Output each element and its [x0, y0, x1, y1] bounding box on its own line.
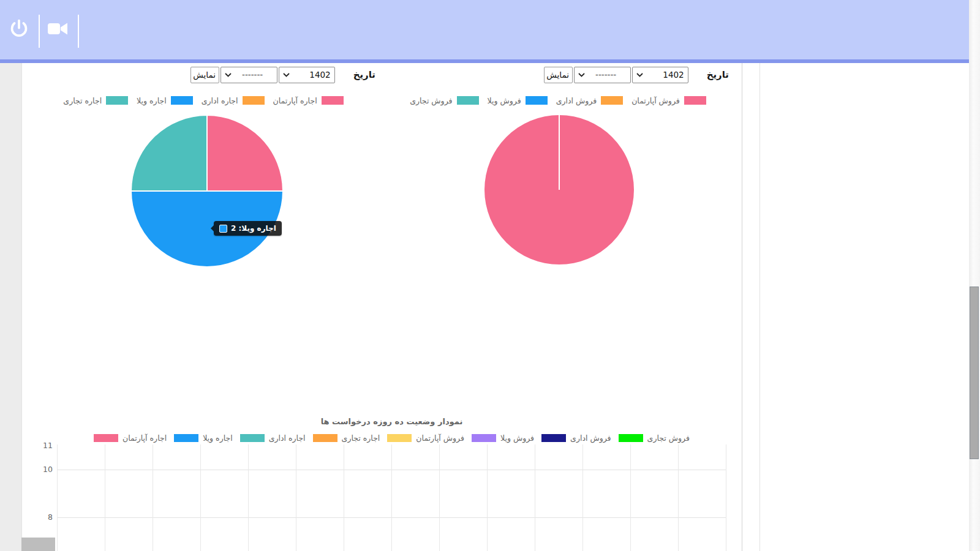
legend-swatch [684, 96, 706, 105]
legend-item-rent-villa[interactable]: اجاره ویلا [137, 96, 193, 105]
legend-swatch [174, 434, 198, 442]
legend-item-sale-commercial[interactable]: فروش تجاری [410, 96, 478, 105]
legend-item-sale-office[interactable]: فروش اداری [556, 96, 623, 105]
vertical-scrollbar[interactable] [969, 0, 980, 551]
rent-pie-slice-apartment[interactable] [207, 115, 283, 191]
power-icon [9, 18, 29, 41]
legend-label: فروش تجاری [647, 433, 690, 443]
gridline-vertical [726, 444, 726, 551]
rent-pie-slice-commercial[interactable] [131, 115, 207, 191]
panel-outer-border [760, 63, 760, 551]
chevron-down-icon [225, 73, 232, 77]
bottom-chart-legend: اجاره آپارتمان اجاره ویلا اجاره اداری اج… [57, 433, 726, 443]
bottom-plot-area [57, 444, 726, 551]
legend-item-sale-commercial[interactable]: فروش تجاری [619, 433, 690, 443]
sale-pie-chart [483, 114, 635, 266]
toolbar-divider [39, 15, 40, 48]
gridline-vertical [630, 444, 631, 551]
gridline-vertical [439, 444, 440, 551]
legend-swatch [171, 96, 193, 105]
legend-item-sale-office[interactable]: فروش اداری [541, 433, 611, 443]
gridline-vertical [153, 444, 153, 551]
legend-swatch [457, 96, 479, 105]
rent-pie-chart [129, 113, 285, 269]
legend-label: فروش ویلا [500, 433, 534, 443]
legend-item-rent-office[interactable]: اجاره اداری [202, 96, 265, 105]
legend-swatch [387, 434, 412, 442]
legend-item-rent-commercial[interactable]: اجاره تجاری [313, 433, 380, 443]
legend-item-sale-villa[interactable]: فروش ویلا [488, 96, 548, 105]
sale-pie-legend: فروش آپارتمان فروش اداری فروش ویلا فروش … [418, 96, 698, 105]
sale-range-select[interactable]: ------- [574, 67, 631, 83]
bottom-chart-title: نمودار وضعیت ده روزه درخواست ها [57, 417, 726, 426]
legend-swatch [243, 96, 265, 105]
legend-label: فروش ویلا [488, 96, 521, 105]
gridline-vertical [391, 444, 392, 551]
page-left-margin [0, 63, 21, 551]
legend-item-rent-office[interactable]: اجاره اداری [240, 433, 306, 443]
legend-item-rent-apartment[interactable]: اجاره آپارتمان [94, 433, 167, 443]
gridline-vertical [296, 444, 296, 551]
gridline-vertical [344, 444, 344, 551]
legend-label: فروش اداری [556, 96, 597, 105]
dashboard-page: تاریخ 1402 ------- نمایش تاریخ 1402 ----… [0, 0, 980, 551]
legend-label: اجاره تجاری [63, 96, 102, 105]
tooltip-caret [211, 225, 214, 231]
legend-item-rent-apartment[interactable]: اجاره آپارتمان [273, 96, 344, 105]
legend-label: اجاره آپارتمان [273, 96, 317, 105]
power-button[interactable] [7, 16, 31, 43]
date-label: تاریخ [707, 69, 729, 80]
sale-show-button[interactable]: نمایش [544, 67, 573, 83]
gridline-vertical [57, 444, 58, 551]
gridline-vertical [248, 444, 249, 551]
chevron-down-icon [636, 73, 643, 77]
legend-label: اجاره اداری [269, 433, 306, 443]
legend-swatch [526, 96, 548, 105]
video-button[interactable] [45, 16, 70, 43]
chevron-down-icon [578, 73, 585, 77]
scrollbar-thumb[interactable] [970, 287, 979, 459]
chevron-down-icon [283, 73, 290, 77]
rent-show-button[interactable]: نمایش [190, 67, 219, 83]
date-label: تاریخ [353, 69, 375, 80]
gridline-vertical [105, 444, 105, 551]
sale-range-value: ------- [585, 70, 627, 80]
legend-item-rent-commercial[interactable]: اجاره تجاری [63, 96, 128, 105]
rent-range-select[interactable]: ------- [221, 67, 277, 83]
gridline-vertical [487, 444, 488, 551]
gridline-vertical [200, 444, 201, 551]
tooltip-swatch [219, 225, 227, 233]
toolbar-divider [78, 15, 79, 48]
legend-swatch [106, 96, 128, 105]
rent-range-value: ------- [232, 70, 273, 80]
y-axis-tick: 8 [33, 512, 53, 522]
rent-year-value: 1402 [309, 70, 330, 80]
gridline-vertical [678, 444, 679, 551]
legend-swatch [313, 434, 337, 442]
legend-swatch [541, 434, 566, 442]
legend-item-sale-apartment[interactable]: فروش آپارتمان [631, 96, 706, 105]
top-app-bar [0, 0, 969, 63]
legend-item-sale-villa[interactable]: فروش ویلا [472, 433, 534, 443]
video-camera-icon [47, 21, 68, 39]
legend-label: فروش آپارتمان [631, 96, 680, 105]
legend-swatch [240, 434, 265, 442]
sale-year-select[interactable]: 1402 [632, 67, 688, 83]
gridline-vertical [582, 444, 583, 551]
legend-label: فروش آپارتمان [416, 433, 464, 443]
legend-label: اجاره آپارتمان [123, 433, 167, 443]
tooltip-text: اجاره ویلا: 2 [231, 224, 276, 233]
legend-label: فروش اداری [570, 433, 611, 443]
legend-item-sale-apartment[interactable]: فروش آپارتمان [387, 433, 464, 443]
legend-item-rent-villa[interactable]: اجاره ویلا [174, 433, 233, 443]
rent-year-select[interactable]: 1402 [279, 67, 334, 83]
sale-year-value: 1402 [663, 70, 684, 80]
y-axis-tick: 10 [33, 465, 53, 474]
rent-date-filter: تاریخ 1402 ------- نمایش [190, 66, 375, 83]
legend-swatch [619, 434, 643, 442]
legend-swatch [472, 434, 496, 442]
gridline-vertical [535, 444, 535, 551]
legend-swatch [94, 434, 118, 442]
legend-label: اجاره اداری [202, 96, 238, 105]
rent-pie-legend: اجاره آپارتمان اجاره اداری اجاره ویلا اج… [66, 96, 341, 105]
